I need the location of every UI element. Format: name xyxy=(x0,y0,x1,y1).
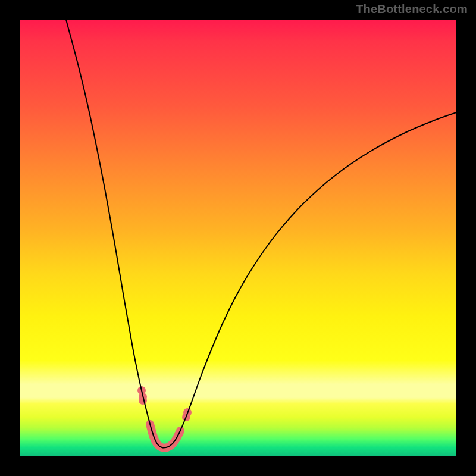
watermark-label: TheBottleneck.com xyxy=(356,2,468,16)
plot-area xyxy=(20,20,456,456)
curve-layer xyxy=(20,20,456,456)
highlight-dots xyxy=(137,386,192,421)
highlight-segment xyxy=(150,424,180,448)
chart-frame: TheBottleneck.com xyxy=(0,0,476,476)
bottleneck-curve xyxy=(66,20,456,447)
